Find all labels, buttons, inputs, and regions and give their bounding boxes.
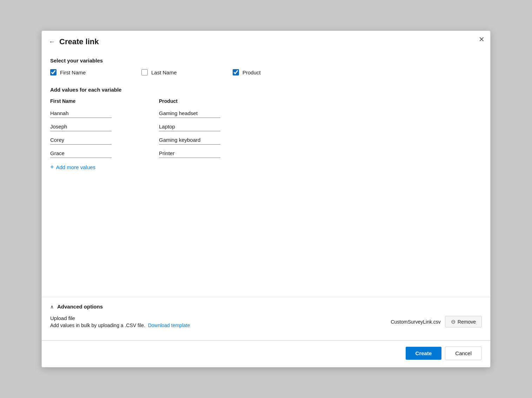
dialog-footer: Create Cancel bbox=[42, 340, 490, 367]
first-name-input-3[interactable] bbox=[50, 136, 112, 145]
table-row bbox=[50, 150, 482, 158]
advanced-section: ∧ Advanced options Upload file Add value… bbox=[42, 297, 490, 340]
table-row bbox=[50, 110, 482, 118]
upload-right: CustomSurveyLink.csv ⊖ Remove bbox=[391, 316, 482, 327]
values-section: Add values for each variable First Name … bbox=[50, 87, 482, 171]
upload-row: Upload file Add values in bulk by upload… bbox=[50, 315, 482, 334]
plus-icon: + bbox=[50, 164, 54, 171]
first-name-input-2[interactable] bbox=[50, 123, 112, 131]
remove-label: Remove bbox=[458, 319, 476, 325]
create-button[interactable]: Create bbox=[406, 347, 442, 360]
product-field-3 bbox=[159, 136, 233, 145]
variables-row: First Name Last Name Product bbox=[50, 69, 482, 75]
col-header-product: Product bbox=[159, 98, 233, 104]
download-template-link[interactable]: Download template bbox=[148, 323, 190, 328]
advanced-title: Advanced options bbox=[57, 304, 103, 310]
variables-section-label: Select your variables bbox=[50, 58, 482, 64]
product-checkbox[interactable] bbox=[233, 69, 239, 75]
last-name-checkbox[interactable] bbox=[141, 69, 148, 75]
add-more-label: Add more values bbox=[56, 164, 96, 170]
product-field-1 bbox=[159, 110, 233, 118]
dialog-body: Select your variables First Name Last Na… bbox=[42, 51, 490, 288]
values-header-row: First Name Product bbox=[50, 98, 482, 104]
upload-left: Upload file Add values in bulk by upload… bbox=[50, 315, 190, 328]
product-input-4[interactable] bbox=[159, 150, 220, 158]
dialog-title: Create link bbox=[59, 37, 99, 46]
first-name-input-1[interactable] bbox=[50, 110, 112, 118]
checkbox-last-name[interactable]: Last Name bbox=[141, 69, 233, 75]
table-row bbox=[50, 123, 482, 131]
checkbox-product[interactable]: Product bbox=[233, 69, 324, 75]
values-section-label: Add values for each variable bbox=[50, 87, 482, 93]
first-name-field-3 bbox=[50, 136, 124, 145]
product-input-1[interactable] bbox=[159, 110, 220, 118]
back-icon[interactable]: ← bbox=[49, 38, 55, 46]
dialog-header: ← Create link ✕ bbox=[42, 31, 490, 51]
upload-title: Upload file bbox=[50, 315, 190, 321]
create-link-dialog: ← Create link ✕ Select your variables Fi… bbox=[41, 31, 491, 367]
product-label: Product bbox=[242, 69, 261, 75]
first-name-field-1 bbox=[50, 110, 124, 118]
file-name-label: CustomSurveyLink.csv bbox=[391, 319, 440, 325]
product-field-2 bbox=[159, 123, 233, 131]
first-name-field-2 bbox=[50, 123, 124, 131]
remove-button[interactable]: ⊖ Remove bbox=[445, 316, 482, 327]
advanced-header: ∧ Advanced options bbox=[50, 304, 482, 310]
close-button[interactable]: ✕ bbox=[479, 36, 485, 43]
checkbox-first-name[interactable]: First Name bbox=[50, 69, 141, 75]
upload-desc: Add values in bulk by uploading a .CSV f… bbox=[50, 323, 190, 328]
minus-circle-icon: ⊖ bbox=[451, 318, 455, 325]
add-more-button[interactable]: + Add more values bbox=[50, 164, 95, 171]
first-name-field-4 bbox=[50, 150, 124, 158]
last-name-label: Last Name bbox=[151, 69, 177, 75]
product-input-3[interactable] bbox=[159, 136, 220, 145]
cancel-button[interactable]: Cancel bbox=[445, 346, 482, 360]
first-name-label: First Name bbox=[60, 69, 86, 75]
first-name-checkbox[interactable] bbox=[50, 69, 56, 75]
table-row bbox=[50, 136, 482, 145]
first-name-input-4[interactable] bbox=[50, 150, 112, 158]
product-input-2[interactable] bbox=[159, 123, 220, 131]
upload-desc-text: Add values in bulk by uploading a .CSV f… bbox=[50, 323, 145, 328]
col-header-first-name: First Name bbox=[50, 98, 124, 104]
chevron-up-icon[interactable]: ∧ bbox=[50, 304, 54, 310]
product-field-4 bbox=[159, 150, 233, 158]
